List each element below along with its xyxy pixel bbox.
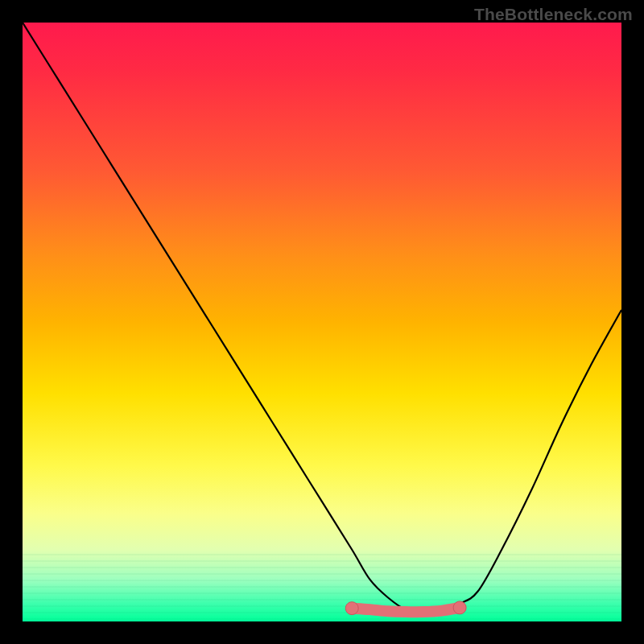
optimal-range-marker <box>352 608 460 612</box>
watermark-text: TheBottleneck.com <box>474 5 633 24</box>
chart-frame: TheBottleneck.com <box>0 0 644 644</box>
bottleneck-curve <box>23 23 621 610</box>
curve-svg <box>23 23 621 621</box>
plot-area <box>23 23 621 621</box>
optimal-range-end-left <box>345 602 358 615</box>
optimal-range-end-right <box>453 601 466 614</box>
